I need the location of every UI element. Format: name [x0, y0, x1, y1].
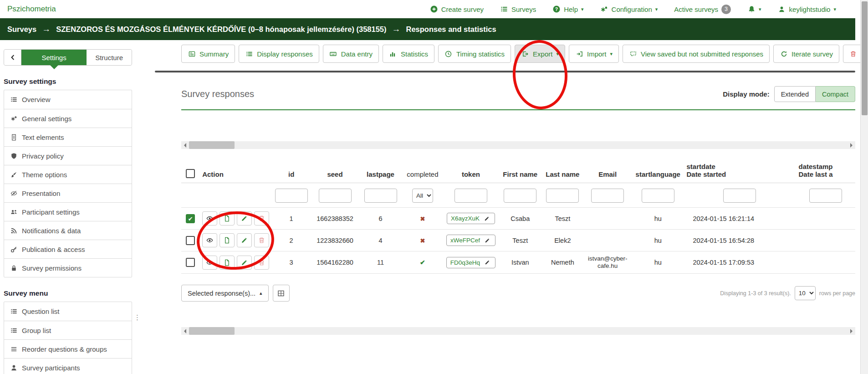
- column-header-lastpage[interactable]: lastpage: [359, 161, 402, 183]
- page-scrollbar[interactable]: [860, 0, 868, 374]
- page-scrollbar-thumb[interactable]: [862, 1, 868, 115]
- edit-response-button[interactable]: [237, 233, 252, 247]
- edit-response-button[interactable]: [237, 211, 252, 225]
- hscrollbar-thumb[interactable]: [189, 141, 235, 149]
- column-header-firstname[interactable]: First name: [498, 161, 542, 183]
- toolbar-timing-statistics-button[interactable]: Timing statistics: [438, 45, 511, 63]
- cell-datestamp: [796, 208, 855, 230]
- view-details-button[interactable]: [220, 211, 235, 225]
- sidebar-item-group-list[interactable]: Group list: [4, 321, 132, 339]
- column-header-id[interactable]: id: [272, 161, 311, 183]
- filter-input-token[interactable]: [454, 189, 487, 203]
- select-all-checkbox[interactable]: [186, 169, 195, 178]
- row-checkbox[interactable]: [186, 236, 195, 245]
- table-hscrollbar-bottom[interactable]: [181, 327, 855, 335]
- sidebar-item-privacy-policy[interactable]: Privacy policy: [4, 146, 132, 165]
- view-response-button[interactable]: [202, 233, 217, 247]
- filter-input-startlanguage[interactable]: [642, 189, 674, 203]
- filter-input-startdate[interactable]: [723, 189, 756, 203]
- nav-configuration[interactable]: Configuration ▾: [600, 5, 658, 13]
- toolbar-view-saved-but-not-submitted-responses-button[interactable]: View saved but not submitted responses: [623, 45, 770, 63]
- list-icon: [10, 308, 18, 315]
- token-chip[interactable]: FD0q3eHq: [446, 257, 495, 268]
- tab-settings[interactable]: Settings: [21, 50, 87, 65]
- sidebar-item-general-settings[interactable]: General settings: [4, 109, 132, 128]
- sidebar-item-publication-access[interactable]: Publication & access: [4, 240, 132, 258]
- sidebar-item-theme-options[interactable]: Theme options: [4, 165, 132, 184]
- view-details-button[interactable]: [220, 233, 235, 247]
- toolbar-summary-button[interactable]: Summary: [181, 45, 235, 63]
- column-header-lastname[interactable]: Last name: [542, 161, 583, 183]
- row-checkbox[interactable]: [186, 258, 195, 267]
- collapse-sidebar-button[interactable]: [4, 50, 21, 65]
- filter-input-email[interactable]: [591, 189, 624, 203]
- scroll-left-arrow[interactable]: [184, 329, 186, 333]
- breadcrumb-surveys-link[interactable]: Surveys: [7, 25, 36, 34]
- scroll-left-arrow[interactable]: [184, 143, 186, 148]
- sidebar-resize-divider[interactable]: ⋮: [132, 40, 141, 374]
- column-header-startdate[interactable]: startdateDate started: [684, 161, 796, 183]
- filter-input-firstname[interactable]: [504, 189, 536, 203]
- column-header-token[interactable]: token: [444, 161, 498, 183]
- column-header-email[interactable]: Email: [583, 161, 632, 183]
- sidebar-item-participant-settings[interactable]: Participant settings: [4, 202, 132, 221]
- table-row: 212238326604✖xWeFPCefTesztElek2hu2024-01…: [181, 230, 855, 251]
- sidebar-item-survey-permissions[interactable]: Survey permissions: [4, 258, 132, 277]
- selected-responses-button[interactable]: Selected response(s)... ▴: [181, 285, 269, 302]
- token-chip[interactable]: X6ayzXuK: [447, 213, 495, 224]
- hscrollbar-thumb[interactable]: [189, 327, 235, 335]
- shield-icon: [10, 153, 18, 159]
- sidebar-item-text-elements[interactable]: Text elements: [4, 128, 132, 146]
- sidebar-item-survey-participants[interactable]: Survey participants: [4, 358, 132, 374]
- sidebar-item-overview[interactable]: Overview: [4, 90, 132, 109]
- view-details-button[interactable]: [220, 256, 235, 270]
- view-response-button[interactable]: [202, 256, 217, 270]
- filter-select-completed[interactable]: All: [412, 189, 433, 203]
- rows-per-page-select[interactable]: 10: [795, 286, 816, 300]
- nav-create-survey[interactable]: Create survey: [430, 5, 484, 13]
- breadcrumb-survey-title[interactable]: SZENZOROS ÉS MOZGÁSOS ÉLMÉNYEK KÉRDŐÍVE …: [56, 25, 386, 34]
- display-mode-extended-button[interactable]: Extended: [774, 86, 816, 102]
- cell-email: [583, 230, 632, 251]
- column-header-datestamp[interactable]: datestampDate last a: [796, 161, 855, 183]
- tab-structure[interactable]: Structure: [87, 50, 132, 65]
- delete-response-button[interactable]: [254, 256, 269, 270]
- scroll-right-arrow[interactable]: [850, 143, 853, 148]
- list-icon: [500, 5, 508, 13]
- toolbar-import-button[interactable]: Import▾: [569, 45, 619, 63]
- display-mode-compact-button[interactable]: Compact: [816, 86, 855, 102]
- column-header-startlanguage[interactable]: startlanguage: [632, 161, 684, 183]
- toolbar-display-responses-button[interactable]: Display responses: [239, 45, 319, 63]
- view-response-button[interactable]: [202, 211, 217, 225]
- toolbar-data-entry-button[interactable]: Data entry: [323, 45, 379, 63]
- sidebar-item-presentation[interactable]: Presentation: [4, 184, 132, 202]
- column-header-completed[interactable]: completed: [402, 161, 444, 183]
- toolbar-iterate-survey-button[interactable]: Iterate survey: [773, 45, 839, 63]
- column-filter-button[interactable]: [273, 285, 290, 302]
- filter-input-lastname[interactable]: [546, 189, 579, 203]
- filter-input-datestamp[interactable]: [809, 189, 842, 203]
- edit-response-button[interactable]: [237, 256, 252, 270]
- brand-logo[interactable]: Pszichometria: [7, 5, 56, 14]
- filter-input-seed[interactable]: [319, 189, 352, 203]
- sidebar-item-question-list[interactable]: Question list: [4, 302, 132, 321]
- filter-input-lastpage[interactable]: [364, 189, 397, 203]
- filter-input-id[interactable]: [275, 189, 308, 203]
- nav-notifications[interactable]: ▾: [747, 5, 761, 13]
- toolbar-statistics-button[interactable]: Statistics: [383, 45, 434, 63]
- column-header-seed[interactable]: seed: [311, 161, 359, 183]
- sidebar-item-reorder-questions-groups[interactable]: Reorder questions & groups: [4, 339, 132, 358]
- table-hscrollbar-top[interactable]: [181, 141, 855, 149]
- token-chip[interactable]: xWeFPCef: [446, 235, 495, 246]
- row-checkbox[interactable]: ✔: [186, 214, 195, 223]
- sidebar-item-notifications-data[interactable]: Notifications & data: [4, 221, 132, 240]
- nav-help[interactable]: ? Help ▾: [552, 5, 583, 13]
- delete-response-button[interactable]: [254, 233, 269, 247]
- delete-response-button[interactable]: [254, 211, 269, 225]
- nav-active-surveys[interactable]: Active surveys 3: [674, 5, 731, 14]
- scroll-right-arrow[interactable]: [850, 329, 853, 333]
- nav-surveys[interactable]: Surveys: [500, 5, 536, 13]
- nav-user-menu[interactable]: keylightstudio ▾: [778, 5, 836, 13]
- display-mode-label: Display mode:: [723, 90, 770, 98]
- toolbar-export-button[interactable]: Export▾: [515, 45, 565, 63]
